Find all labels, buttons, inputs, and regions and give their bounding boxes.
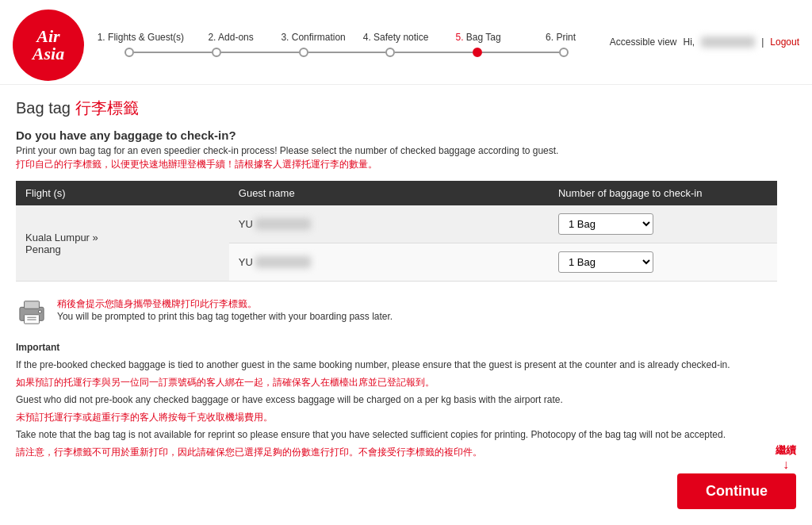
col-guest: Guest name — [229, 181, 549, 205]
baggage-select-2[interactable]: 0 Bag 1 Bag 2 Bags 3 Bags — [558, 251, 653, 273]
notice-text: 稍後會提示您隨身攜帶登機牌打印此行李標籤。 You will be prompt… — [57, 297, 393, 322]
progress-steps: 1. Flights & Guest(s) 2. Add-ons 3. Conf… — [98, 32, 596, 43]
page-title: Bag tag 行李標籤 — [16, 98, 777, 119]
username: USERNAME — [701, 36, 755, 48]
hi-label: Hi, — [683, 36, 695, 48]
important-item-1-en: If the pre-booked checked baggage is tie… — [16, 358, 777, 372]
important-item-2-zh: 未預訂托運行李或超重行李的客人將按每千克收取機場費用。 — [16, 410, 777, 424]
baggage-table: Flight (s) Guest name Number of baggage … — [16, 181, 777, 282]
accessible-view-label[interactable]: Accessible view — [610, 36, 677, 48]
important-block: Important If the pre-booked checked bagg… — [16, 340, 777, 459]
continue-button[interactable]: Continue — [677, 473, 796, 475]
col-flight: Flight (s) — [16, 181, 229, 205]
svg-rect-1 — [25, 301, 40, 308]
step-1: 1. Flights & Guest(s) — [98, 32, 184, 43]
svg-point-5 — [39, 310, 42, 313]
baggage-select-1-cell: 0 Bag 1 Bag 2 Bags 3 Bags — [549, 205, 777, 243]
step-2: 2. Add-ons — [195, 32, 266, 43]
dot-5 — [473, 48, 482, 57]
step-3: 3. Confirmation — [278, 32, 349, 43]
dot-4 — [385, 48, 395, 57]
progress-section: 1. Flights & Guest(s) 2. Add-ons 3. Conf… — [84, 24, 610, 67]
dot-3 — [299, 48, 308, 57]
col-baggage: Number of baggage to check-in — [549, 181, 777, 205]
table-row: Kuala Lumpur »Penang YU XXXXXXXX 0 Bag 1… — [16, 205, 777, 243]
notice-zh: 稍後會提示您隨身攜帶登機牌打印此行李標籤。 — [57, 297, 393, 311]
logout-link[interactable]: Logout — [770, 36, 799, 48]
important-item-3-en: Take note that the bag tag is not availa… — [16, 427, 777, 442]
svg-rect-3 — [27, 317, 36, 318]
flight-cell: Kuala Lumpur »Penang — [16, 205, 229, 282]
step-4: 4. Safety notice — [360, 32, 431, 43]
important-item-2-en: Guest who did not pre-book any checked b… — [16, 393, 777, 407]
progress-line — [124, 48, 569, 57]
important-title: Important — [16, 340, 777, 354]
svg-rect-4 — [27, 319, 36, 320]
dot-2 — [212, 48, 221, 57]
continue-hint: 繼續 ↓ — [776, 443, 796, 472]
subtitle-en: Print your own bag tag for an even speed… — [16, 145, 777, 156]
important-item-1-zh: 如果預訂的托運行李與另一位同一訂票號碼的客人綁在一起，請確保客人在櫃檯出席並已登… — [16, 375, 777, 389]
baggage-select-1[interactable]: 0 Bag 1 Bag 2 Bags 3 Bags — [558, 213, 653, 235]
continue-section: 繼續 ↓ Continue — [677, 443, 796, 475]
dot-6 — [559, 48, 569, 57]
airasia-logo: AirAsia — [13, 10, 84, 81]
printer-icon — [16, 297, 48, 326]
arrow-down-icon: ↓ — [783, 458, 789, 472]
step-5: 5. Bag Tag — [442, 32, 514, 43]
main-content: Bag tag 行李標籤 Do you have any baggage to … — [0, 85, 793, 475]
step-6: 6. Print — [525, 32, 596, 43]
header-user-info: Accessible view Hi, USERNAME | Logout — [610, 36, 799, 54]
dot-1 — [124, 48, 134, 57]
section-title: Do you have any baggage to check-in? — [16, 128, 777, 142]
guest-name-1: YU XXXXXXXX — [229, 205, 549, 243]
page-header: AirAsia 1. Flights & Guest(s) 2. Add-ons… — [0, 0, 812, 85]
subtitle-zh: 打印自己的行李標籤，以便更快速地辦理登機手續！請根據客人選擇托運行李的數量。 — [16, 158, 777, 171]
notice-box: 稍後會提示您隨身攜帶登機牌打印此行李標籤。 You will be prompt… — [16, 294, 777, 329]
guest-name-2: YU XXXXXXXX — [229, 243, 549, 282]
important-item-3-zh: 請注意，行李標籤不可用於重新打印，因此請確保您已選擇足夠的份數進行打印。不會接受… — [16, 445, 777, 459]
notice-en: You will be prompted to print this bag t… — [57, 311, 393, 322]
baggage-select-2-cell: 0 Bag 1 Bag 2 Bags 3 Bags — [549, 243, 777, 282]
